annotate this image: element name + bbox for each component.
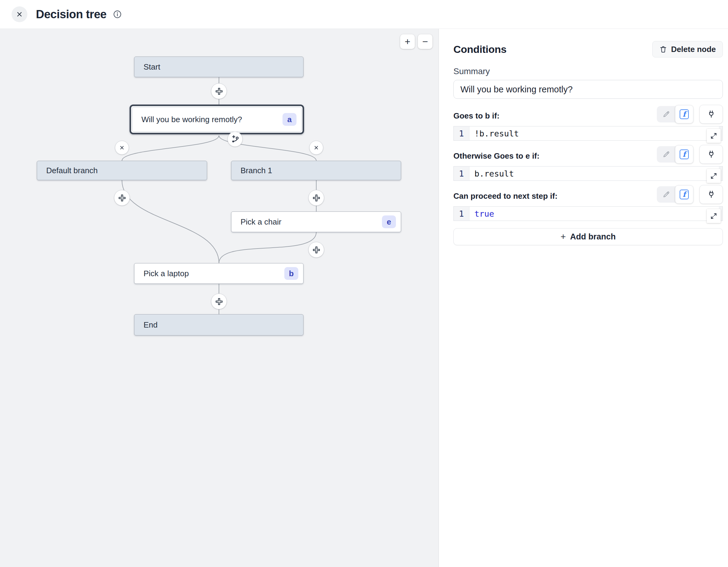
node-end[interactable]: End bbox=[134, 314, 303, 335]
function-mode-button[interactable]: f bbox=[675, 105, 693, 123]
node-badge: b bbox=[284, 267, 298, 280]
expand-editor-button[interactable] bbox=[707, 169, 721, 183]
zoom-out-button[interactable]: − bbox=[418, 34, 432, 49]
plus-node-icon bbox=[312, 246, 321, 254]
code-text: true bbox=[470, 207, 494, 221]
zoom-in-icon: + bbox=[405, 36, 411, 47]
edge-default-laptop bbox=[122, 180, 219, 263]
edge-chair-laptop bbox=[219, 232, 316, 263]
summary-label: Summary bbox=[453, 67, 723, 76]
text-mode-button[interactable] bbox=[657, 107, 675, 122]
connect-button[interactable] bbox=[699, 145, 723, 164]
plus-node-icon bbox=[215, 297, 223, 306]
function-icon: f bbox=[680, 109, 689, 119]
text-mode-button[interactable] bbox=[657, 147, 675, 162]
remove-branch-button-branch-1[interactable] bbox=[309, 141, 323, 155]
plug-icon bbox=[707, 150, 716, 159]
node-label: Start bbox=[134, 62, 303, 72]
edge-question-default bbox=[122, 136, 219, 161]
condition-section-goes-to-b: Goes to b if: f bbox=[453, 105, 723, 141]
editor-mode-toggle: f bbox=[657, 186, 693, 203]
add-node-button-start-question[interactable] bbox=[211, 83, 227, 99]
header: Decision tree bbox=[0, 0, 728, 29]
node-label: Default branch bbox=[37, 166, 207, 175]
node-label: Pick a chair bbox=[231, 217, 382, 227]
pencil-icon bbox=[662, 110, 670, 118]
close-icon bbox=[16, 11, 23, 18]
condition-section-otherwise-goes-to-e: Otherwise Goes to e if: f bbox=[453, 145, 723, 181]
plus-node-icon bbox=[118, 194, 126, 202]
zoom-in-button[interactable]: + bbox=[400, 34, 415, 49]
node-default-branch[interactable]: Default branch bbox=[37, 161, 207, 180]
trash-icon bbox=[659, 45, 667, 53]
condition-label: Otherwise Goes to e if: bbox=[453, 151, 539, 161]
node-pick-laptop[interactable]: Pick a laptop b bbox=[134, 263, 303, 284]
line-number: 1 bbox=[454, 167, 470, 181]
add-branch-split-button[interactable] bbox=[227, 132, 243, 147]
node-badge: a bbox=[283, 113, 296, 126]
condition-section-can-proceed: Can proceed to next step if: f bbox=[453, 185, 723, 221]
expand-icon bbox=[710, 132, 717, 140]
expand-icon bbox=[710, 213, 717, 220]
node-badge: e bbox=[382, 216, 396, 228]
add-node-button-branch-1[interactable] bbox=[308, 190, 324, 206]
editor-mode-toggle: f bbox=[657, 146, 693, 163]
node-start[interactable]: Start bbox=[134, 57, 303, 77]
editor-mode-toggle: f bbox=[657, 106, 693, 123]
code-editor[interactable]: 1 !b.result bbox=[453, 126, 723, 141]
code-text: b.result bbox=[470, 167, 514, 181]
function-icon: f bbox=[680, 190, 689, 199]
function-mode-button[interactable]: f bbox=[675, 145, 693, 164]
line-number: 1 bbox=[454, 126, 470, 140]
info-button[interactable] bbox=[113, 9, 122, 19]
code-editor[interactable]: 1 b.result bbox=[453, 166, 723, 181]
conditions-panel: Conditions Delete node Summary Goes to b… bbox=[439, 29, 728, 567]
node-label: End bbox=[134, 320, 303, 330]
decision-tree-editor: Decision tree Start bbox=[0, 0, 728, 567]
add-node-button-laptop-end[interactable] bbox=[211, 293, 227, 309]
node-pick-chair[interactable]: Pick a chair e bbox=[231, 212, 401, 232]
function-mode-button[interactable]: f bbox=[675, 185, 693, 204]
page-title: Decision tree bbox=[36, 8, 106, 21]
close-button[interactable] bbox=[12, 6, 27, 22]
plug-icon bbox=[707, 190, 716, 199]
zoom-out-icon: − bbox=[422, 36, 428, 47]
code-editor[interactable]: 1 true bbox=[453, 206, 723, 221]
remove-branch-button-default[interactable] bbox=[115, 141, 129, 155]
summary-input[interactable] bbox=[453, 80, 723, 99]
plus-icon: + bbox=[560, 232, 566, 242]
node-label: Pick a laptop bbox=[134, 269, 284, 278]
delete-node-label: Delete node bbox=[671, 45, 716, 54]
line-number: 1 bbox=[454, 207, 470, 221]
panel-title: Conditions bbox=[453, 43, 507, 55]
node-label: Will you be working remotly? bbox=[132, 115, 283, 124]
connect-button[interactable] bbox=[699, 105, 723, 124]
plug-icon bbox=[707, 110, 716, 119]
add-node-button-default-branch[interactable] bbox=[114, 190, 130, 206]
x-node-icon bbox=[119, 144, 125, 151]
add-branch-label: Add branch bbox=[570, 232, 616, 242]
condition-label: Goes to b if: bbox=[453, 111, 500, 121]
node-branch-1[interactable]: Branch 1 bbox=[231, 161, 401, 180]
expand-icon bbox=[710, 172, 717, 180]
pencil-icon bbox=[662, 150, 670, 158]
connect-button[interactable] bbox=[699, 185, 723, 204]
x-node-icon bbox=[313, 144, 320, 151]
flow-canvas[interactable]: Start Will you be working remotly? a Def… bbox=[0, 29, 439, 567]
info-icon bbox=[113, 9, 122, 19]
node-question[interactable]: Will you be working remotly? a bbox=[130, 105, 304, 134]
code-text: !b.result bbox=[470, 126, 519, 140]
content: Start Will you be working remotly? a Def… bbox=[0, 29, 728, 567]
branch-split-icon bbox=[231, 135, 240, 144]
plus-node-icon bbox=[215, 87, 223, 95]
add-node-button-chair-laptop[interactable] bbox=[308, 242, 324, 258]
delete-node-button[interactable]: Delete node bbox=[652, 41, 723, 57]
expand-editor-button[interactable] bbox=[707, 209, 721, 223]
pencil-icon bbox=[662, 191, 670, 199]
add-branch-button[interactable]: + Add branch bbox=[453, 228, 723, 245]
plus-node-icon bbox=[312, 194, 321, 202]
expand-editor-button[interactable] bbox=[707, 129, 721, 143]
node-label: Branch 1 bbox=[231, 166, 401, 175]
text-mode-button[interactable] bbox=[657, 187, 675, 202]
condition-label: Can proceed to next step if: bbox=[453, 192, 557, 201]
